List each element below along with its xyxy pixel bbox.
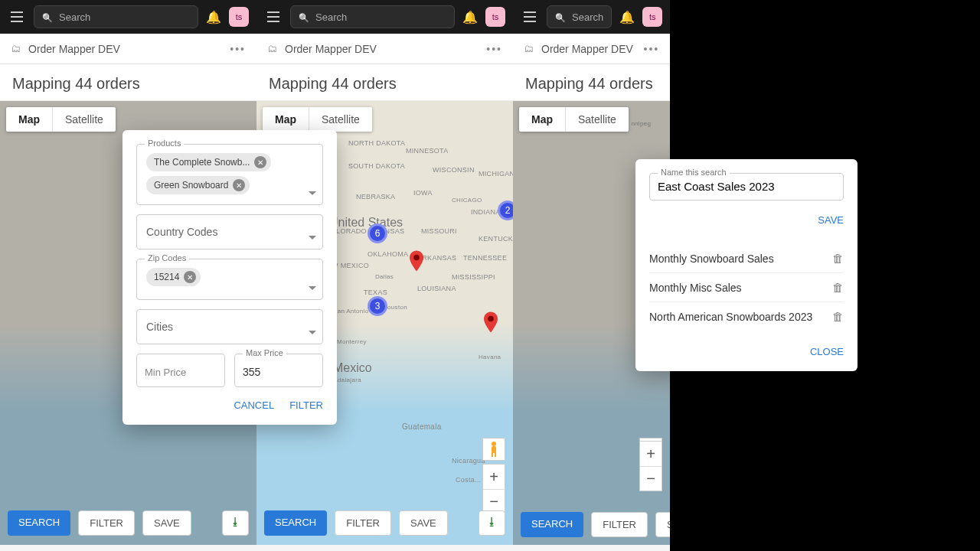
page-title: Mapping 44 orders <box>256 64 513 101</box>
search-input[interactable]: Search <box>34 5 198 28</box>
close-button[interactable]: CLOSE <box>649 346 844 357</box>
chevron-down-icon[interactable] <box>309 191 316 195</box>
notifications-icon[interactable]: 🔔 <box>619 10 635 24</box>
map-pin[interactable] <box>410 250 423 272</box>
country-label: Costa... <box>456 476 481 484</box>
city-label: Havana <box>479 354 501 360</box>
region-label: WISCONSIN <box>433 166 475 174</box>
chevron-down-icon[interactable] <box>309 286 316 290</box>
tab-satellite[interactable]: Satellite <box>309 107 372 132</box>
more-icon[interactable]: ••• <box>643 43 659 55</box>
product-chip[interactable]: The Complete Snowb... ✕ <box>146 153 271 171</box>
folder-icon: 🗂 <box>267 43 277 54</box>
region-label: MISSISSIPPI <box>452 273 495 281</box>
product-chip[interactable]: Green Snowboard ✕ <box>146 176 250 194</box>
svg-point-3 <box>492 442 496 446</box>
download-icon: ⭳ <box>487 516 497 527</box>
menu-icon[interactable] <box>521 8 539 26</box>
cancel-button[interactable]: CANCEL <box>234 399 274 411</box>
more-icon[interactable]: ••• <box>230 43 246 55</box>
download-button[interactable]: ⭳ <box>222 510 249 536</box>
search-button[interactable]: SEARCH <box>264 510 327 536</box>
search-button[interactable]: SEARCH <box>521 512 583 537</box>
cluster-marker[interactable]: 6 <box>368 223 387 243</box>
menu-icon[interactable] <box>264 8 283 26</box>
tab-satellite[interactable]: Satellite <box>52 107 116 132</box>
country-label: United States <box>329 216 403 230</box>
country-label: Nicaragua <box>452 457 485 465</box>
chevron-down-icon <box>309 331 316 334</box>
region-label: IOWA <box>413 189 433 197</box>
avatar[interactable]: ts <box>229 7 249 27</box>
filter-button[interactable]: FILTER <box>335 510 391 536</box>
notifications-icon[interactable]: 🔔 <box>206 10 221 24</box>
trash-icon[interactable]: 🗑 <box>832 252 844 265</box>
save-button[interactable]: SAVE <box>399 510 448 536</box>
search-icon <box>299 11 309 23</box>
tab-satellite[interactable]: Satellite <box>565 107 629 132</box>
trash-icon[interactable]: 🗑 <box>832 281 844 294</box>
search-input[interactable]: Search <box>290 5 455 28</box>
city-label: San Antonio <box>333 308 368 315</box>
save-button[interactable]: SAVE <box>655 512 670 537</box>
region-label: SOUTH DAKOTA <box>348 162 405 170</box>
region-label: NORTH DAKOTA <box>348 139 405 147</box>
region-label: TENNESSEE <box>463 254 507 262</box>
more-icon[interactable]: ••• <box>486 43 502 55</box>
saved-search-item[interactable]: Monthly Misc Sales 🗑 <box>649 273 844 302</box>
zoom-out-button[interactable]: − <box>640 466 662 491</box>
svg-rect-4 <box>492 446 496 453</box>
chip-remove-icon[interactable]: ✕ <box>184 271 196 283</box>
svg-rect-6 <box>495 452 496 457</box>
chip-remove-icon[interactable]: ✕ <box>233 179 245 191</box>
country-codes-select[interactable]: Country Codes <box>136 214 323 249</box>
city-label: Dallas <box>375 273 394 280</box>
zoom-in-button[interactable]: + <box>640 442 662 466</box>
save-button[interactable]: SAVE <box>142 510 191 536</box>
region-label: MISSOURI <box>421 227 457 235</box>
search-name-input[interactable] <box>658 177 835 193</box>
min-price-input[interactable]: Min Price <box>136 354 225 387</box>
download-button[interactable]: ⭳ <box>479 510 505 536</box>
zoom-in-button[interactable]: + <box>483 465 505 489</box>
map-pin[interactable] <box>484 311 498 333</box>
cluster-marker[interactable]: 2 <box>498 201 513 220</box>
svg-point-1 <box>413 255 420 261</box>
tab-map[interactable]: Map <box>519 107 565 132</box>
tab-map[interactable]: Map <box>263 107 309 132</box>
svg-rect-5 <box>492 452 493 457</box>
name-search-label: Name this search <box>658 168 730 177</box>
filter-button[interactable]: FILTER <box>78 510 135 536</box>
svg-point-2 <box>488 316 494 322</box>
save-search-button[interactable]: SAVE <box>649 214 844 226</box>
city-label: Monterrey <box>337 338 367 345</box>
products-label: Products <box>145 139 184 148</box>
tab-map[interactable]: Map <box>6 107 52 132</box>
search-placeholder: Search <box>59 11 90 23</box>
country-label: Mexico <box>333 361 372 375</box>
search-button[interactable]: SEARCH <box>8 510 70 536</box>
avatar[interactable]: ts <box>485 7 505 27</box>
page-title: Mapping 44 orders <box>0 64 256 101</box>
filter-button[interactable]: FILTER <box>591 512 648 537</box>
zip-label: Zip Codes <box>145 253 189 262</box>
max-price-input[interactable]: Max Price 355 <box>234 354 323 387</box>
menu-icon[interactable] <box>8 8 26 26</box>
chip-remove-icon[interactable]: ✕ <box>254 156 266 168</box>
region-label: LOUISIANA <box>417 285 456 292</box>
region-label: KENTUCKY <box>479 235 513 243</box>
save-dialog: Name this search SAVE Monthly Snowboard … <box>635 159 858 371</box>
avatar[interactable]: ts <box>642 7 662 27</box>
notifications-icon[interactable]: 🔔 <box>462 10 478 24</box>
cities-select[interactable]: Cities <box>136 309 323 344</box>
zip-chip[interactable]: 15214 ✕ <box>146 268 201 286</box>
saved-search-item[interactable]: Monthly Snowboard Sales 🗑 <box>649 244 844 273</box>
apply-filter-button[interactable]: FILTER <box>289 399 323 411</box>
region-label: NEBRASKA <box>356 193 395 201</box>
trash-icon[interactable]: 🗑 <box>832 310 844 323</box>
search-input[interactable]: Search <box>547 5 612 28</box>
saved-search-item[interactable]: North American Snowboards 2023 🗑 <box>649 302 844 331</box>
cluster-marker[interactable]: 3 <box>368 296 387 316</box>
pegman-icon[interactable] <box>482 438 505 461</box>
region-label: OKLAHOMA <box>368 250 408 258</box>
